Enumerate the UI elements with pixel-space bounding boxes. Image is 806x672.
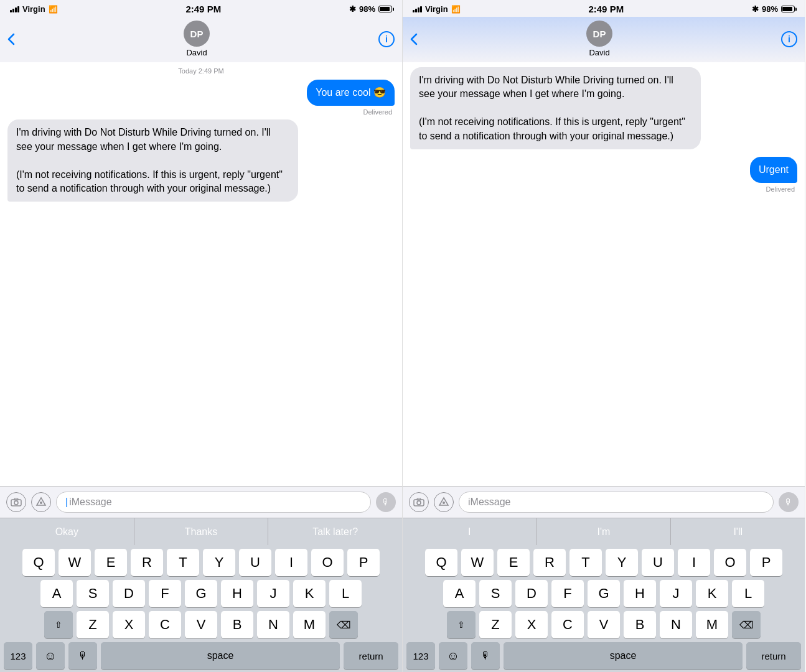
predictive-thanks[interactable]: Thanks	[134, 518, 269, 545]
mic-button-right[interactable]: 🎙	[779, 492, 799, 512]
key-V-right[interactable]: V	[588, 611, 620, 638]
key-row-3-left: ⇧ Z X C V B N M ⌫	[2, 611, 400, 638]
key-O-right[interactable]: O	[714, 549, 746, 576]
key-S-left[interactable]: S	[77, 580, 109, 607]
key-H-right[interactable]: H	[624, 580, 656, 607]
key-Y-right[interactable]: Y	[606, 549, 638, 576]
svg-point-7	[443, 502, 445, 504]
key-emoji-right[interactable]: ☺	[439, 642, 467, 670]
wifi-icon-right: 📶	[451, 5, 461, 14]
key-C-left[interactable]: C	[149, 611, 181, 638]
key-L-right[interactable]: L	[732, 580, 764, 607]
key-shift-right[interactable]: ⇧	[447, 611, 476, 638]
key-I-right[interactable]: I	[678, 549, 710, 576]
key-D-left[interactable]: D	[113, 580, 145, 607]
key-delete-right[interactable]: ⌫	[732, 611, 761, 638]
key-B-left[interactable]: B	[221, 611, 253, 638]
key-W-right[interactable]: W	[461, 549, 494, 576]
message-input-left[interactable]: | iMessage	[56, 492, 371, 513]
predictive-talk-later[interactable]: Talk later?	[268, 518, 402, 545]
key-return-left[interactable]: return	[344, 642, 398, 670]
key-F-left[interactable]: F	[149, 580, 181, 607]
key-M-left[interactable]: M	[293, 611, 326, 638]
key-J-left[interactable]: J	[257, 580, 289, 607]
key-K-right[interactable]: K	[696, 580, 728, 607]
key-I-left[interactable]: I	[275, 549, 307, 576]
status-right: ✱ 98%	[349, 4, 392, 14]
key-return-right[interactable]: return	[746, 642, 801, 670]
predictive-im[interactable]: I'm	[537, 518, 672, 545]
apps-button-right[interactable]	[434, 492, 454, 512]
key-numbers-right[interactable]: 123	[406, 642, 435, 670]
key-W-left[interactable]: W	[59, 549, 91, 576]
key-T-right[interactable]: T	[569, 549, 602, 576]
key-X-left[interactable]: X	[113, 611, 145, 638]
key-space-left[interactable]: space	[101, 642, 340, 670]
key-E-left[interactable]: E	[95, 549, 127, 576]
status-bar-left: Virgin 📶 2:49 PM ✱ 98%	[0, 0, 402, 17]
key-shift-left[interactable]: ⇧	[44, 611, 73, 638]
key-U-left[interactable]: U	[239, 549, 271, 576]
camera-button-left[interactable]	[6, 492, 26, 512]
apps-button-left[interactable]	[31, 492, 51, 512]
message-input-right[interactable]: iMessage	[459, 492, 774, 513]
key-numbers-left[interactable]: 123	[4, 642, 32, 670]
key-K-left[interactable]: K	[293, 580, 326, 607]
input-area-right: iMessage 🎙	[403, 486, 805, 518]
key-L-left[interactable]: L	[329, 580, 362, 607]
key-A-right[interactable]: A	[443, 580, 476, 607]
key-emoji-left[interactable]: ☺	[36, 642, 65, 670]
key-N-left[interactable]: N	[257, 611, 289, 638]
contact-info-right[interactable]: DP David	[586, 21, 612, 57]
avatar-left: DP	[184, 21, 210, 47]
info-button-left[interactable]: i	[378, 31, 395, 47]
key-C-right[interactable]: C	[551, 611, 584, 638]
carrier-label: Virgin	[22, 4, 45, 14]
key-X-right[interactable]: X	[515, 611, 548, 638]
predictive-okay[interactable]: Okay	[0, 518, 134, 545]
key-B-right[interactable]: B	[624, 611, 656, 638]
key-V-left[interactable]: V	[185, 611, 217, 638]
key-row-1-right: Q W E R T Y U I O P	[405, 549, 803, 576]
key-Y-left[interactable]: Y	[203, 549, 235, 576]
key-mic-left[interactable]: 🎙	[68, 642, 97, 670]
key-D-right[interactable]: D	[515, 580, 548, 607]
info-button-right[interactable]: i	[781, 31, 797, 47]
key-N-right[interactable]: N	[660, 611, 692, 638]
contact-info-left[interactable]: DP David	[184, 21, 210, 57]
key-R-right[interactable]: R	[533, 549, 566, 576]
key-Z-left[interactable]: Z	[77, 611, 109, 638]
key-mic-right[interactable]: 🎙	[471, 642, 500, 670]
key-T-left[interactable]: T	[167, 549, 199, 576]
key-R-left[interactable]: R	[131, 549, 163, 576]
key-delete-left[interactable]: ⌫	[329, 611, 358, 638]
key-row-3-right: ⇧ Z X C V B N M ⌫	[405, 611, 803, 638]
key-S-right[interactable]: S	[479, 580, 512, 607]
key-Z-right[interactable]: Z	[479, 611, 512, 638]
key-E-right[interactable]: E	[497, 549, 530, 576]
key-G-left[interactable]: G	[185, 580, 217, 607]
key-G-right[interactable]: G	[588, 580, 620, 607]
key-P-left[interactable]: P	[347, 549, 380, 576]
key-H-left[interactable]: H	[221, 580, 253, 607]
key-P-right[interactable]: P	[750, 549, 782, 576]
key-U-right[interactable]: U	[642, 549, 674, 576]
camera-button-right[interactable]	[409, 492, 429, 512]
predictive-ill[interactable]: I'll	[671, 518, 805, 545]
mic-button-left[interactable]: 🎙	[376, 492, 396, 512]
bubble-received-right-1: I'm driving with Do Not Disturb While Dr…	[410, 67, 701, 149]
key-space-right[interactable]: space	[504, 642, 743, 670]
key-O-left[interactable]: O	[311, 549, 344, 576]
key-Q-right[interactable]: Q	[425, 549, 457, 576]
key-J-right[interactable]: J	[660, 580, 692, 607]
key-Q-left[interactable]: Q	[22, 549, 55, 576]
back-button-left[interactable]	[7, 33, 15, 45]
key-A-left[interactable]: A	[40, 580, 73, 607]
back-button-right[interactable]	[410, 33, 418, 45]
predictive-i[interactable]: I	[403, 518, 537, 545]
status-left-right: Virgin 📶	[413, 4, 461, 14]
messages-area-left: Today 2:49 PM You are cool 😎 Delivered I…	[0, 62, 402, 486]
key-M-right[interactable]: M	[696, 611, 728, 638]
svg-point-1	[14, 501, 18, 505]
key-F-right[interactable]: F	[551, 580, 584, 607]
